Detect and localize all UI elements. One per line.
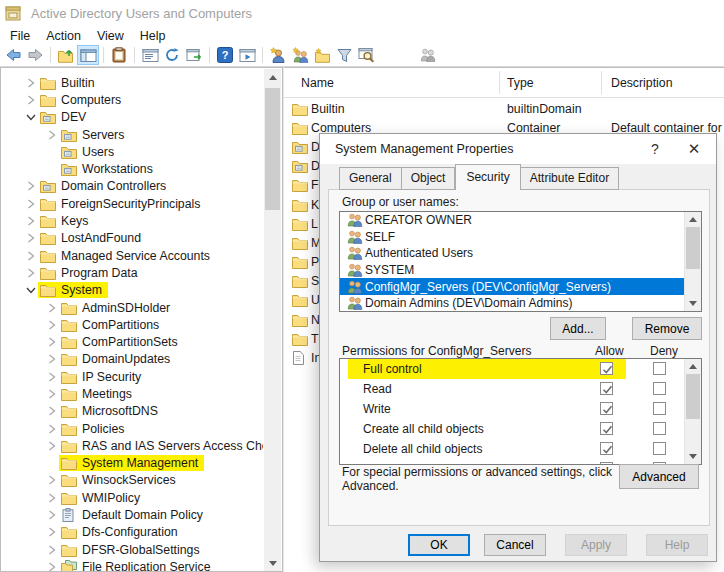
permissions-scrollbar[interactable] [684,359,701,464]
tree-item-dfsr-globalsettings[interactable]: DFSR-GlobalSettings [2,541,263,558]
new-user-button[interactable] [267,45,289,65]
tree-item-wmipolicy[interactable]: WMIPolicy [2,489,263,506]
tree-item-program-data[interactable]: Program Data [2,264,263,281]
remove-button[interactable]: Remove [632,317,702,340]
tree-item-workstations[interactable]: Workstations [2,160,263,177]
tab-attribute-editor[interactable]: Attribute Editor [521,167,619,190]
group-list-scrollbar[interactable] [684,212,701,311]
chevron-right-icon[interactable] [45,439,59,453]
find-button[interactable] [355,45,377,65]
column-header-description[interactable]: Description [601,76,724,90]
tree-item-system[interactable]: System [2,282,263,299]
clipboard-button[interactable] [108,45,130,65]
dialog-help-icon[interactable]: ? [638,134,672,164]
chevron-right-icon[interactable] [45,525,59,539]
group-item-domain-admins-dev-domain-admins[interactable]: Domain Admins (DEV\Domain Admins) [340,295,684,312]
tree-item-ras-and-ias-servers-access-check[interactable]: RAS and IAS Servers Access Check [2,437,263,454]
cancel-button[interactable]: Cancel [484,534,546,556]
scroll-up-icon[interactable] [264,69,281,85]
help-button[interactable]: ? [214,45,236,65]
column-resizer[interactable] [601,71,602,94]
scrollbar-thumb[interactable] [686,374,700,419]
advanced-button[interactable]: Advanced [619,464,699,489]
allow-checkbox[interactable] [600,362,613,375]
tree-item-dfs-configuration[interactable]: Dfs-Configuration [2,524,263,541]
forward-button[interactable] [24,45,46,65]
scroll-down-icon[interactable] [264,555,281,571]
tree-item-domain-controllers[interactable]: Domain Controllers [2,178,263,195]
list-options-button[interactable] [139,45,161,65]
tree-item-servers[interactable]: Servers [2,126,263,143]
menu-help[interactable]: Help [138,29,168,43]
chevron-right-icon[interactable] [24,179,38,193]
chevron-right-icon[interactable] [24,93,38,107]
tree-item-lostandfound[interactable]: LostAndFound [2,230,263,247]
chevron-right-icon[interactable] [45,318,59,332]
tree-item-compartitions[interactable]: ComPartitions [2,316,263,333]
add-button[interactable]: Add... [550,317,606,340]
group-item-configmgr-servers-dev-configmgr-servers[interactable]: ConfigMgr_Servers (DEV\ConfigMgr_Servers… [340,278,684,295]
tree-item-system-management[interactable]: System Management [2,455,263,472]
chevron-right-icon[interactable] [45,128,59,142]
chevron-right-icon[interactable] [45,560,59,572]
new-group-button[interactable] [289,45,311,65]
tree-item-computers[interactable]: Computers [2,91,263,108]
export-list-button[interactable] [183,45,205,65]
column-header-type[interactable]: Type [499,76,601,90]
tree-item-adminsdholder[interactable]: AdminSDHolder [2,299,263,316]
column-resizer[interactable] [499,71,500,94]
chevron-right-icon[interactable] [45,370,59,384]
up-one-level-button[interactable] [55,45,77,65]
tree-item-policies[interactable]: Policies [2,420,263,437]
chevron-down-icon[interactable] [24,283,38,297]
tree-item-microsoftdns[interactable]: MicrosoftDNS [2,403,263,420]
allow-checkbox[interactable] [600,442,613,455]
group-item-authenticated-users[interactable]: Authenticated Users [340,245,684,262]
tree-scrollbar[interactable] [264,69,281,571]
deny-checkbox[interactable] [653,402,666,415]
tree-item-ip-security[interactable]: IP Security [2,368,263,385]
chevron-right-icon[interactable] [24,197,38,211]
scroll-up-icon[interactable] [685,359,701,374]
group-item-creator-owner[interactable]: CREATOR OWNER [340,212,684,229]
chevron-down-icon[interactable] [24,110,38,124]
menu-file[interactable]: File [8,29,32,43]
chevron-right-icon[interactable] [24,266,38,280]
filter-button[interactable] [333,45,355,65]
chevron-right-icon[interactable] [24,76,38,90]
back-button[interactable] [2,45,24,65]
group-item-system[interactable]: SYSTEM [340,262,684,279]
tab-security[interactable]: Security [455,164,520,190]
chevron-right-icon[interactable] [45,543,59,557]
menu-action[interactable]: Action [44,29,83,43]
chevron-right-icon[interactable] [45,422,59,436]
chevron-right-icon[interactable] [45,387,59,401]
tree-item-meetings[interactable]: Meetings [2,385,263,402]
chevron-right-icon[interactable] [45,404,59,418]
tree-item-file-replication-service[interactable]: File Replication Service [2,558,263,572]
show-hide-console-tree-button[interactable] [77,45,99,65]
help-button[interactable]: Help [646,534,708,556]
tree-item-foreignsecurityprincipals[interactable]: ForeignSecurityPrincipals [2,195,263,212]
allow-checkbox[interactable] [600,422,613,435]
tree-item-compartitionsets[interactable]: ComPartitionSets [2,333,263,350]
tree-item-users[interactable]: Users [2,143,263,160]
scroll-down-icon[interactable] [685,449,701,464]
chevron-right-icon[interactable] [45,335,59,349]
chevron-right-icon[interactable] [24,231,38,245]
tab-object[interactable]: Object [402,167,456,190]
delegation-button[interactable] [417,45,439,65]
chevron-right-icon[interactable] [45,508,59,522]
tree-item-managed-service-accounts[interactable]: Managed Service Accounts [2,247,263,264]
scroll-down-icon[interactable] [685,296,701,311]
chevron-right-icon[interactable] [45,352,59,366]
apply-button[interactable]: Apply [565,534,627,556]
tree-item-builtin[interactable]: Builtin [2,74,263,91]
tree-item-domainupdates[interactable]: DomainUpdates [2,351,263,368]
show-window-button[interactable] [236,45,258,65]
chevron-right-icon[interactable] [24,214,38,228]
allow-checkbox[interactable] [600,382,613,395]
chevron-right-icon[interactable] [45,491,59,505]
close-icon[interactable]: ✕ [672,134,716,164]
ok-button[interactable]: OK [408,534,470,556]
